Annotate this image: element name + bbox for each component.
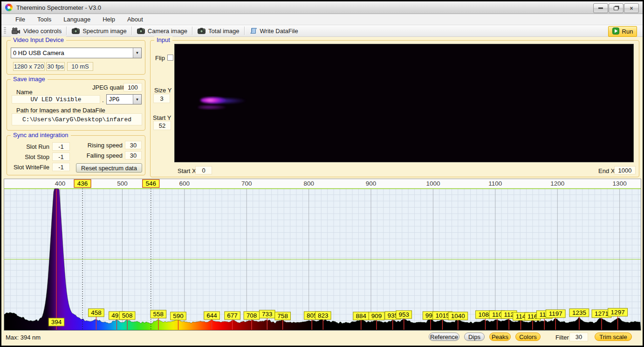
format-select[interactable]: JPG ▼ (106, 94, 142, 104)
toolbar-item-spectrum-image[interactable]: Spectrum image (68, 27, 130, 35)
toolbar: Video controlsSpectrum imageCamera image… (1, 25, 643, 37)
filter-field[interactable]: 30 (569, 333, 588, 341)
svg-text:436: 436 (77, 180, 88, 187)
toolbar-separator (192, 27, 193, 35)
svg-text:114: 114 (516, 313, 526, 320)
path-field[interactable]: C:\Users\GaryG\Desktop\infared (12, 113, 142, 125)
sync-field-1[interactable]: -1 (52, 153, 70, 161)
run-button[interactable]: Run (608, 26, 637, 37)
camera-icon (137, 28, 145, 34)
app-window: { "window": {"title": "Theremino Spectro… (0, 0, 644, 347)
svg-text:500: 500 (117, 180, 128, 187)
image-name-field[interactable]: UV LED Visible (12, 95, 100, 104)
svg-text:1235: 1235 (572, 309, 586, 316)
svg-text:733: 733 (262, 311, 273, 318)
laser-spot (175, 44, 633, 162)
video-camera-icon (12, 28, 21, 35)
colors-button[interactable]: Colors (515, 333, 541, 341)
window-title: Theremino Spectrometer - V3.0 (16, 4, 101, 11)
flip-checkbox[interactable] (167, 55, 173, 61)
toolbar-item-video-controls[interactable]: Video controls (8, 27, 65, 35)
play-icon (612, 28, 619, 36)
jpeg-quality-field[interactable]: 100 (123, 83, 142, 91)
toolbar-item-label: Video controls (23, 28, 62, 35)
video-device-select[interactable]: 0 HD USB Camera ▼ (11, 48, 142, 58)
toolbar-item-label: Camera image (148, 28, 187, 35)
spectrum-plot: 3944584915085585906446777087337588058238… (4, 179, 641, 330)
dips-button[interactable]: Dips (464, 333, 485, 341)
sync-speed-label-0: Rising speed (88, 142, 123, 149)
save-image-group: Save image JPEG quality 100 Name UV LED … (7, 79, 145, 131)
toolbar-separator (244, 27, 245, 35)
sync-speed-field-0[interactable]: 30 (125, 141, 142, 149)
toolbar-grip[interactable] (3, 27, 6, 35)
svg-text:1200: 1200 (550, 180, 564, 187)
svg-text:1271: 1271 (595, 310, 609, 317)
start-x-field[interactable]: 0 (195, 166, 212, 174)
menu-item-language[interactable]: Language (58, 14, 96, 24)
trim-scale-button[interactable]: Trim scale (595, 333, 632, 341)
max-readout: Max: 394 nm (6, 334, 41, 341)
app-icon (5, 4, 13, 11)
sync-speed-field-1[interactable]: 30 (125, 151, 142, 160)
start-y-label: Start Y (153, 114, 171, 121)
format-value: JPG (107, 96, 133, 103)
menu-item-tools[interactable]: Tools (32, 14, 57, 24)
svg-text:1000: 1000 (426, 180, 440, 187)
camera-icon (72, 28, 80, 34)
sync-field-0[interactable]: -1 (52, 142, 70, 151)
toolbar-item-write-datafile[interactable]: Write DataFile (246, 27, 302, 35)
menu-item-help[interactable]: Help (97, 14, 121, 24)
toolbar-item-label: Total image (208, 28, 239, 35)
svg-text:508: 508 (122, 312, 133, 319)
sync-label-0: Slot Run (26, 143, 49, 150)
reference-button[interactable]: Reference (429, 333, 459, 341)
minimize-icon (598, 7, 603, 9)
end-x-label: End X (598, 167, 615, 174)
video-input-title: Video Input Device (11, 36, 66, 43)
svg-text:110: 110 (492, 311, 502, 318)
close-button[interactable]: × (624, 3, 639, 13)
end-x-field[interactable]: 1000 (614, 166, 636, 174)
svg-text:458: 458 (91, 309, 102, 316)
chevron-down-icon: ▼ (133, 95, 141, 104)
video-param-button-1[interactable]: 30 fps (46, 62, 65, 71)
title-bar[interactable]: Theremino Spectrometer - V3.0 × (1, 1, 643, 14)
save-image-title: Save image (11, 76, 48, 83)
menu-bar: FileToolsLanguageHelpAbout (1, 14, 643, 25)
size-y-field[interactable]: 3 (153, 94, 170, 103)
svg-text:1040: 1040 (451, 312, 465, 319)
menu-item-file[interactable]: File (10, 14, 31, 24)
minimize-button[interactable] (593, 3, 608, 13)
spectrum-chart[interactable]: 3944584915085585906446777087337588058238… (4, 179, 641, 331)
restore-button[interactable] (609, 3, 623, 13)
camera-view[interactable] (174, 44, 634, 162)
video-param-button-0[interactable]: 1280 x 720 (13, 62, 45, 71)
peaks-button[interactable]: Peaks (489, 333, 511, 341)
filter-label: Filter (555, 334, 569, 341)
toolbar-separator (131, 27, 132, 35)
svg-text:590: 590 (173, 312, 184, 319)
start-x-label: Start X (178, 167, 196, 174)
menu-item-about[interactable]: About (122, 14, 149, 24)
sync-field-2[interactable]: -1 (52, 163, 70, 171)
sync-group: Sync and integration Slot Run-1Slot Stop… (7, 135, 145, 175)
toolbar-item-total-image[interactable]: Total image (194, 27, 243, 35)
toolbar-item-camera-image[interactable]: Camera image (133, 27, 191, 35)
path-label: Path for Images and the DataFile (16, 107, 105, 114)
sync-label-2: Slot WriteFile (14, 164, 49, 171)
close-icon: × (630, 6, 633, 11)
svg-text:884: 884 (356, 312, 366, 319)
svg-text:823: 823 (318, 312, 329, 319)
video-device-value: 0 HD USB Camera (11, 49, 133, 56)
video-input-group: Video Input Device 0 HD USB Camera ▼ 128… (7, 40, 145, 75)
name-label: Name (16, 89, 33, 96)
svg-text:394: 394 (51, 319, 62, 326)
video-param-button-2[interactable]: 10 mS (67, 62, 93, 71)
svg-text:708: 708 (247, 312, 257, 319)
svg-text:1015: 1015 (435, 312, 449, 319)
toolbar-separator (66, 27, 67, 35)
reset-spectrum-button[interactable]: Reset spectrum data (76, 163, 142, 173)
svg-text:644: 644 (206, 312, 217, 319)
start-y-field[interactable]: 52 (153, 121, 171, 130)
